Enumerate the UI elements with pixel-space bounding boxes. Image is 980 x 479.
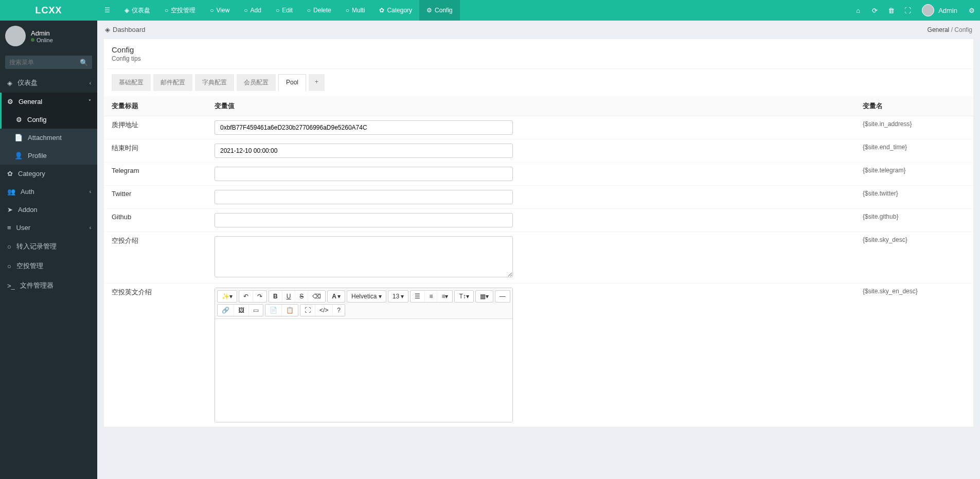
search-icon[interactable]: 🔍: [80, 59, 88, 66]
strike-button[interactable]: S: [295, 291, 308, 302]
row-value: [207, 232, 855, 283]
avatar-icon: [922, 4, 934, 16]
list-icon: ≡: [7, 224, 11, 232]
fullscreen-icon[interactable]: ⛶: [300, 305, 315, 316]
sidebar-item-addon[interactable]: ➤Addon: [0, 201, 97, 219]
redo-icon[interactable]: ↷: [253, 291, 266, 302]
hr-icon[interactable]: —: [495, 291, 510, 302]
circle-icon: ○: [346, 7, 349, 14]
row-title: Github: [104, 209, 207, 232]
sidebar-item-general[interactable]: ⚙General˅: [0, 93, 97, 111]
table-icon[interactable]: ▦▾: [476, 291, 493, 302]
row-title: 空投介绍: [104, 232, 207, 283]
link-icon[interactable]: 🔗: [218, 305, 234, 316]
input-0[interactable]: [215, 120, 513, 135]
input-3[interactable]: [215, 190, 513, 204]
trash-icon[interactable]: 🗑: [883, 0, 899, 21]
topnav-config[interactable]: ⚙Config: [419, 0, 460, 21]
bars-icon: ☰: [104, 7, 110, 14]
row-varname: {$site.telegram}: [855, 163, 973, 186]
sidebar-item-仪表盘[interactable]: ◈仪表盘‹: [0, 73, 97, 93]
row-title: 质押地址: [104, 116, 207, 139]
row-value: [207, 116, 855, 139]
code-icon[interactable]: </>: [315, 305, 333, 316]
sidebar-item-空投管理[interactable]: ○空投管理: [0, 256, 97, 276]
brand-logo[interactable]: LCXX: [0, 5, 97, 16]
topnav-空投管理[interactable]: ○空投管理: [157, 0, 203, 21]
topnav-category[interactable]: ✿Category: [372, 0, 419, 21]
cogs-icon: ⚙: [7, 98, 13, 105]
row-value: [207, 186, 855, 209]
file-icon[interactable]: 📄: [265, 305, 282, 316]
home-icon[interactable]: ⌂: [850, 0, 866, 21]
topnav-view[interactable]: ○View: [203, 0, 237, 21]
sidebar-item-user[interactable]: ≡User‹: [0, 219, 97, 237]
settings-cogs-icon[interactable]: ⚙: [964, 0, 980, 21]
tab-pool[interactable]: Pool: [278, 74, 306, 92]
breadcrumb-parent[interactable]: General: [928, 26, 950, 33]
video-icon[interactable]: ▭: [249, 305, 263, 316]
font-family-select[interactable]: Helvetica ▾: [347, 291, 386, 302]
row-title: Telegram: [104, 163, 207, 186]
table-row: Github{$site.github}: [104, 209, 973, 232]
list-ol-icon[interactable]: ≡: [425, 291, 437, 302]
sidebar-item-category[interactable]: ✿Category: [0, 165, 97, 183]
topnav-toggle[interactable]: ☰: [97, 0, 117, 21]
topnav-edit[interactable]: ○Edit: [269, 0, 300, 21]
row-title: 空投英文介绍: [104, 283, 207, 427]
font-color-button[interactable]: A▾: [328, 291, 345, 302]
tab-字典配置[interactable]: 字典配置: [195, 74, 234, 91]
underline-button[interactable]: U: [282, 291, 296, 302]
circle-icon: ○: [307, 7, 311, 14]
image-icon[interactable]: 🖼: [234, 305, 249, 316]
tabs: 基础配置邮件配置字典配置会员配置Pool+: [104, 69, 973, 91]
topnav-仪表盘[interactable]: ◈仪表盘: [117, 0, 157, 21]
sidebar-item-文件管理器[interactable]: >_文件管理器: [0, 276, 97, 295]
tab-基础配置[interactable]: 基础配置: [112, 74, 151, 91]
sidebar-item-config[interactable]: ⚙Config: [0, 111, 97, 129]
topnav-delete[interactable]: ○Delete: [300, 0, 338, 21]
magic-icon[interactable]: ✨▾: [218, 291, 237, 302]
topbar-user[interactable]: Admin: [916, 4, 964, 16]
group-icon: 👥: [7, 188, 15, 196]
sidebar-item-auth[interactable]: 👥Auth‹: [0, 183, 97, 201]
topnav-multi[interactable]: ○Multi: [338, 0, 372, 21]
circle-icon: ○: [244, 7, 247, 14]
sidebar-item-转入记录管理[interactable]: ○转入记录管理: [0, 237, 97, 256]
topnav-add[interactable]: ○Add: [237, 0, 269, 21]
dashboard-icon: ◈: [7, 79, 12, 87]
breadcrumb-left[interactable]: ◈ Dashboard: [105, 26, 146, 33]
chevron-icon: ‹: [90, 225, 91, 230]
editor-body[interactable]: [215, 319, 512, 422]
fullscreen-icon[interactable]: ⛶: [899, 0, 916, 21]
bold-button[interactable]: B: [269, 291, 282, 302]
row-value: [207, 163, 855, 186]
textarea-5[interactable]: [215, 236, 513, 277]
list-ul-icon[interactable]: ☰: [411, 291, 425, 302]
input-4[interactable]: [215, 213, 513, 227]
circle-icon: ○: [7, 262, 11, 270]
table-row: 结束时间{$site.end_time}: [104, 139, 973, 163]
input-2[interactable]: [215, 167, 513, 181]
refresh-icon[interactable]: ⟳: [866, 0, 883, 21]
height-icon[interactable]: T↕▾: [455, 291, 473, 302]
row-value: ✨▾↶↷BUS⌫A▾Helvetica ▾13 ▾☰≡≡▾T↕▾▦▾—🔗🖼▭📄📋…: [207, 283, 855, 427]
help-icon[interactable]: ?: [333, 305, 345, 316]
undo-icon[interactable]: ↶: [239, 291, 253, 302]
align-icon[interactable]: ≡▾: [437, 291, 452, 302]
sidebar-item-attachment[interactable]: 📄Attachment: [0, 129, 97, 147]
breadcrumb-current: Config: [954, 26, 972, 33]
tab-add[interactable]: +: [309, 74, 325, 91]
attachment-icon[interactable]: 📋: [282, 305, 298, 316]
font-size-select[interactable]: 13 ▾: [388, 291, 408, 302]
tab-会员配置[interactable]: 会员配置: [237, 74, 276, 91]
sidebar-item-profile[interactable]: 👤Profile: [0, 147, 97, 165]
config-table: 变量标题 变量值 变量名 质押地址{$site.in_address}结束时间{…: [104, 96, 973, 427]
leaf-icon: ✿: [7, 170, 13, 178]
tab-邮件配置[interactable]: 邮件配置: [153, 74, 192, 91]
dashboard-icon: ◈: [124, 7, 129, 14]
input-1[interactable]: [215, 144, 513, 158]
breadcrumb-bar: ◈ Dashboard General / Config: [97, 21, 980, 39]
clear-format-button[interactable]: ⌫: [308, 291, 325, 302]
search-input[interactable]: [5, 56, 92, 69]
